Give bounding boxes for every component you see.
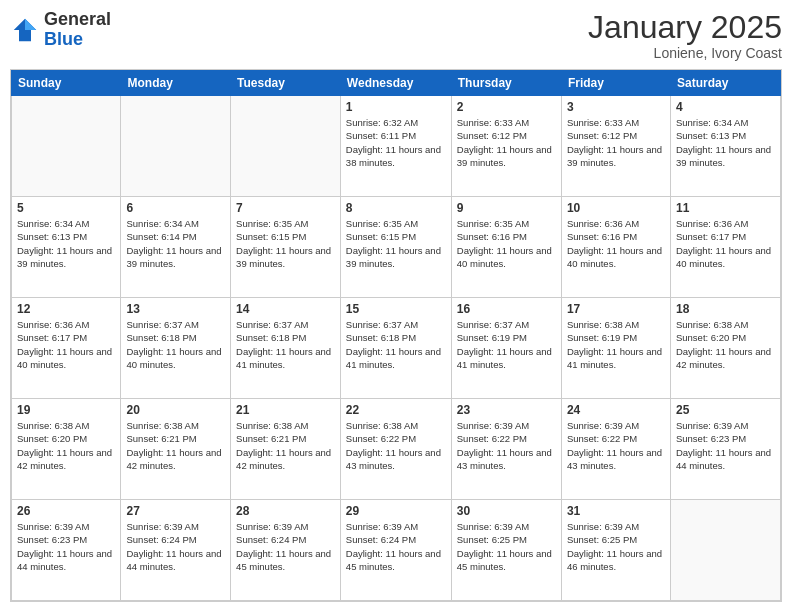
day-info: Sunrise: 6:39 AM Sunset: 6:25 PM Dayligh… — [457, 520, 556, 573]
day-number: 20 — [126, 403, 225, 417]
title-section: January 2025 Loniene, Ivory Coast — [588, 10, 782, 61]
calendar-cell: 15Sunrise: 6:37 AM Sunset: 6:18 PM Dayli… — [340, 298, 451, 399]
day-number: 16 — [457, 302, 556, 316]
day-info: Sunrise: 6:39 AM Sunset: 6:23 PM Dayligh… — [676, 419, 775, 472]
day-number: 19 — [17, 403, 115, 417]
day-number: 18 — [676, 302, 775, 316]
month-title: January 2025 — [588, 10, 782, 45]
calendar-cell: 30Sunrise: 6:39 AM Sunset: 6:25 PM Dayli… — [451, 500, 561, 601]
day-info: Sunrise: 6:39 AM Sunset: 6:24 PM Dayligh… — [126, 520, 225, 573]
day-info: Sunrise: 6:32 AM Sunset: 6:11 PM Dayligh… — [346, 116, 446, 169]
calendar-cell: 26Sunrise: 6:39 AM Sunset: 6:23 PM Dayli… — [12, 500, 121, 601]
dow-tuesday: Tuesday — [231, 71, 341, 96]
day-info: Sunrise: 6:38 AM Sunset: 6:20 PM Dayligh… — [676, 318, 775, 371]
calendar-cell: 23Sunrise: 6:39 AM Sunset: 6:22 PM Dayli… — [451, 399, 561, 500]
svg-marker-1 — [25, 19, 36, 30]
calendar-cell: 7Sunrise: 6:35 AM Sunset: 6:15 PM Daylig… — [231, 197, 341, 298]
day-number: 3 — [567, 100, 665, 114]
day-info: Sunrise: 6:38 AM Sunset: 6:20 PM Dayligh… — [17, 419, 115, 472]
week-row-0: 1Sunrise: 6:32 AM Sunset: 6:11 PM Daylig… — [12, 96, 781, 197]
logo: General Blue — [10, 10, 111, 50]
calendar-cell: 18Sunrise: 6:38 AM Sunset: 6:20 PM Dayli… — [670, 298, 780, 399]
day-info: Sunrise: 6:38 AM Sunset: 6:22 PM Dayligh… — [346, 419, 446, 472]
calendar-cell — [121, 96, 231, 197]
calendar-cell: 21Sunrise: 6:38 AM Sunset: 6:21 PM Dayli… — [231, 399, 341, 500]
dow-sunday: Sunday — [12, 71, 121, 96]
day-info: Sunrise: 6:34 AM Sunset: 6:13 PM Dayligh… — [676, 116, 775, 169]
page-header: General Blue January 2025 Loniene, Ivory… — [10, 10, 782, 61]
day-number: 12 — [17, 302, 115, 316]
day-info: Sunrise: 6:38 AM Sunset: 6:21 PM Dayligh… — [126, 419, 225, 472]
week-row-4: 26Sunrise: 6:39 AM Sunset: 6:23 PM Dayli… — [12, 500, 781, 601]
calendar-cell: 14Sunrise: 6:37 AM Sunset: 6:18 PM Dayli… — [231, 298, 341, 399]
calendar-cell: 24Sunrise: 6:39 AM Sunset: 6:22 PM Dayli… — [561, 399, 670, 500]
day-number: 2 — [457, 100, 556, 114]
calendar-cell: 4Sunrise: 6:34 AM Sunset: 6:13 PM Daylig… — [670, 96, 780, 197]
calendar-cell: 29Sunrise: 6:39 AM Sunset: 6:24 PM Dayli… — [340, 500, 451, 601]
calendar-cell: 5Sunrise: 6:34 AM Sunset: 6:13 PM Daylig… — [12, 197, 121, 298]
calendar-cell: 19Sunrise: 6:38 AM Sunset: 6:20 PM Dayli… — [12, 399, 121, 500]
day-number: 21 — [236, 403, 335, 417]
calendar-cell — [231, 96, 341, 197]
calendar-cell: 1Sunrise: 6:32 AM Sunset: 6:11 PM Daylig… — [340, 96, 451, 197]
day-number: 26 — [17, 504, 115, 518]
logo-blue: Blue — [44, 30, 111, 50]
day-number: 23 — [457, 403, 556, 417]
day-number: 7 — [236, 201, 335, 215]
day-number: 22 — [346, 403, 446, 417]
day-info: Sunrise: 6:36 AM Sunset: 6:16 PM Dayligh… — [567, 217, 665, 270]
logo-icon — [10, 15, 40, 45]
day-number: 28 — [236, 504, 335, 518]
day-number: 1 — [346, 100, 446, 114]
day-info: Sunrise: 6:34 AM Sunset: 6:13 PM Dayligh… — [17, 217, 115, 270]
calendar-cell: 12Sunrise: 6:36 AM Sunset: 6:17 PM Dayli… — [12, 298, 121, 399]
calendar-cell: 20Sunrise: 6:38 AM Sunset: 6:21 PM Dayli… — [121, 399, 231, 500]
calendar-cell: 3Sunrise: 6:33 AM Sunset: 6:12 PM Daylig… — [561, 96, 670, 197]
day-info: Sunrise: 6:37 AM Sunset: 6:19 PM Dayligh… — [457, 318, 556, 371]
day-number: 29 — [346, 504, 446, 518]
calendar-cell: 31Sunrise: 6:39 AM Sunset: 6:25 PM Dayli… — [561, 500, 670, 601]
day-number: 31 — [567, 504, 665, 518]
day-info: Sunrise: 6:37 AM Sunset: 6:18 PM Dayligh… — [346, 318, 446, 371]
day-info: Sunrise: 6:35 AM Sunset: 6:15 PM Dayligh… — [346, 217, 446, 270]
day-number: 27 — [126, 504, 225, 518]
calendar-cell — [12, 96, 121, 197]
logo-general: General — [44, 10, 111, 30]
dow-thursday: Thursday — [451, 71, 561, 96]
day-info: Sunrise: 6:35 AM Sunset: 6:15 PM Dayligh… — [236, 217, 335, 270]
calendar-cell: 10Sunrise: 6:36 AM Sunset: 6:16 PM Dayli… — [561, 197, 670, 298]
calendar-cell: 16Sunrise: 6:37 AM Sunset: 6:19 PM Dayli… — [451, 298, 561, 399]
calendar: SundayMondayTuesdayWednesdayThursdayFrid… — [10, 69, 782, 602]
calendar-cell: 11Sunrise: 6:36 AM Sunset: 6:17 PM Dayli… — [670, 197, 780, 298]
day-number: 25 — [676, 403, 775, 417]
week-row-1: 5Sunrise: 6:34 AM Sunset: 6:13 PM Daylig… — [12, 197, 781, 298]
dow-wednesday: Wednesday — [340, 71, 451, 96]
day-info: Sunrise: 6:37 AM Sunset: 6:18 PM Dayligh… — [236, 318, 335, 371]
calendar-cell: 2Sunrise: 6:33 AM Sunset: 6:12 PM Daylig… — [451, 96, 561, 197]
day-info: Sunrise: 6:37 AM Sunset: 6:18 PM Dayligh… — [126, 318, 225, 371]
day-info: Sunrise: 6:39 AM Sunset: 6:23 PM Dayligh… — [17, 520, 115, 573]
day-number: 8 — [346, 201, 446, 215]
day-info: Sunrise: 6:35 AM Sunset: 6:16 PM Dayligh… — [457, 217, 556, 270]
dow-saturday: Saturday — [670, 71, 780, 96]
day-info: Sunrise: 6:39 AM Sunset: 6:22 PM Dayligh… — [567, 419, 665, 472]
calendar-cell: 22Sunrise: 6:38 AM Sunset: 6:22 PM Dayli… — [340, 399, 451, 500]
day-info: Sunrise: 6:34 AM Sunset: 6:14 PM Dayligh… — [126, 217, 225, 270]
day-number: 11 — [676, 201, 775, 215]
week-row-2: 12Sunrise: 6:36 AM Sunset: 6:17 PM Dayli… — [12, 298, 781, 399]
calendar-cell: 17Sunrise: 6:38 AM Sunset: 6:19 PM Dayli… — [561, 298, 670, 399]
day-number: 30 — [457, 504, 556, 518]
calendar-cell: 6Sunrise: 6:34 AM Sunset: 6:14 PM Daylig… — [121, 197, 231, 298]
day-info: Sunrise: 6:33 AM Sunset: 6:12 PM Dayligh… — [567, 116, 665, 169]
day-info: Sunrise: 6:39 AM Sunset: 6:24 PM Dayligh… — [346, 520, 446, 573]
day-info: Sunrise: 6:39 AM Sunset: 6:22 PM Dayligh… — [457, 419, 556, 472]
day-info: Sunrise: 6:36 AM Sunset: 6:17 PM Dayligh… — [17, 318, 115, 371]
location-subtitle: Loniene, Ivory Coast — [588, 45, 782, 61]
day-number: 13 — [126, 302, 225, 316]
day-number: 9 — [457, 201, 556, 215]
calendar-cell: 28Sunrise: 6:39 AM Sunset: 6:24 PM Dayli… — [231, 500, 341, 601]
day-info: Sunrise: 6:36 AM Sunset: 6:17 PM Dayligh… — [676, 217, 775, 270]
calendar-cell: 9Sunrise: 6:35 AM Sunset: 6:16 PM Daylig… — [451, 197, 561, 298]
day-info: Sunrise: 6:39 AM Sunset: 6:25 PM Dayligh… — [567, 520, 665, 573]
dow-friday: Friday — [561, 71, 670, 96]
